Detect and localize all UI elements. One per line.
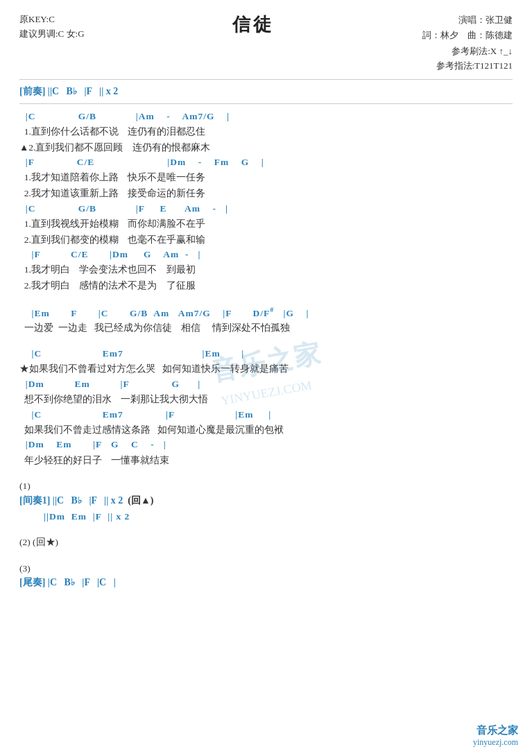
section-2: (2) (回★) (19, 535, 513, 550)
chord-row-2: |F C/E |Dm - Fm G | (19, 155, 513, 169)
lyric-row-2b: 2.我才知道该重新上路 接受命运的新任务 (19, 186, 513, 201)
fingering-pattern: 参考指法:T121T121 (422, 59, 513, 74)
header-divider (19, 79, 513, 80)
footer: 音乐之家 yinyuezj.com (473, 724, 518, 748)
prelude-section: [前奏] ||C B♭ |F || x 2 (19, 85, 513, 98)
star-lyric-3: 如果我们不曾走过感情这条路 如何知道心魔是最沉重的包袱 (19, 422, 513, 438)
chord-row-3: |C G/B |F E Am - | (19, 202, 513, 216)
interlude-1-chords: ||C B♭ |F || x 2 (回▲) (53, 495, 154, 506)
prelude-line: [前奏] ||C B♭ |F || x 2 (19, 85, 513, 98)
star-section: |C Em7 |Em | ★如果我们不曾看过对方怎么哭 如何知道快乐一转身就是痛… (19, 347, 513, 467)
star-chord-3: |C Em7 |F |Em | (19, 408, 513, 422)
chorus-section: |Em F |C G/B Am Am7/G |F D/F# |G | 一边爱 一… (19, 304, 513, 336)
interlude-1-line2: ||Dm Em |F || x 2 (19, 510, 513, 524)
interlude-label: [间奏1] (19, 495, 50, 506)
footer-url: yinyuezj.com (473, 737, 518, 748)
star-chord-2: |Dm Em |F G | (19, 377, 513, 391)
outro-label: [尾奏] (19, 577, 45, 587)
star-lyric-4: 年少轻狂的好日子 一懂事就结束 (19, 453, 513, 468)
lyric-row-2a: 1.我才知道陪着你上路 快乐不是唯一任务 (19, 170, 513, 185)
lyric-row-3a: 1.直到我视线开始模糊 而你却满脸不在乎 (19, 216, 513, 232)
section-2-label: (2) (回★) (19, 535, 513, 550)
section-3-label: (3) (19, 561, 513, 576)
strumming-pattern: 参考刷法:X ↑_↓ 参考指法:T121T121 (422, 44, 513, 74)
lyric-row-4b: 2.我才明白 感情的法术不是为 了征服 (19, 278, 513, 293)
lyric-row-4a: 1.我才明白 学会变法术也回不 到最初 (19, 262, 513, 277)
star-lyric-1: ★如果我们不曾看过对方怎么哭 如何知道快乐一转身就是痛苦 (19, 361, 513, 377)
lyric-row-1b: ▲2.直到我们都不愿回顾 连仍有的恨都麻木 (19, 140, 513, 155)
section1-divider (19, 103, 513, 104)
star-lyric-2: 想不到你绝望的泪水 一剎那让我大彻大悟 (19, 392, 513, 407)
chord-row-1: |C G/B |Am - Am7/G | (19, 110, 513, 123)
strumming-pattern-line: 参考刷法:X ↑_↓ (422, 44, 513, 59)
chorus-lyric-1: 一边爱 一边走 我已经成为你信徒 相信 情到深处不怕孤独 (19, 320, 513, 336)
prelude-chords: ||C B♭ |F || x 2 (48, 86, 118, 96)
chord-row-4: |F C/E |Dm G Am - | (19, 248, 513, 261)
section-3: (3) [尾奏] |C B♭ |F |C | (19, 561, 513, 590)
original-key: 原KEY:C (19, 12, 85, 27)
outro-line: [尾奏] |C B♭ |F |C | (19, 576, 513, 589)
prelude-label: [前奏] (19, 86, 45, 96)
section-1: (1) [间奏1] ||C B♭ |F || x 2 (回▲) ||Dm Em … (19, 479, 513, 524)
lyric-row-1a: 1.直到你什么话都不说 连仍有的泪都忍住 (19, 124, 513, 139)
key-info: 原KEY:C 建议男调:C 女:G (19, 12, 85, 42)
song-page: 音乐之家 YINYUEZJ.COM 原KEY:C 建议男调:C 女:G 信徒 演… (0, 0, 532, 756)
footer-logo: 音乐之家 (473, 724, 518, 737)
interlude-1-line: [间奏1] ||C B♭ |F || x 2 (回▲) (19, 495, 513, 507)
lyric-row-3b: 2.直到我们都变的模糊 也毫不在乎赢和输 (19, 232, 513, 248)
artist-info: 演唱：张卫健 詞：林夕 曲：陈德建 参考刷法:X ↑_↓ 参考指法:T121T1… (422, 12, 513, 74)
title-area: 信徒 (85, 12, 422, 37)
section-1-label: (1) (19, 479, 513, 494)
star-chord-1: |C Em7 |Em | (19, 347, 513, 361)
verse1-section: |C G/B |Am - Am7/G | 1.直到你什么话都不说 连仍有的泪都忍… (19, 110, 513, 293)
suggested-key: 建议男调:C 女:G (19, 27, 85, 42)
outro-chords: |C B♭ |F |C | (48, 577, 116, 587)
chorus-chord-1: |Em F |C G/B Am Am7/G |F D/F# |G | (19, 304, 513, 320)
header-area: 原KEY:C 建议男调:C 女:G 信徒 演唱：张卫健 詞：林夕 曲：陈德建 参… (19, 12, 513, 74)
performer: 演唱：张卫健 (422, 12, 513, 28)
star-chord-4: |Dm Em |F G C - | (19, 438, 513, 452)
lyricist-composer: 詞：林夕 曲：陈德建 (422, 28, 513, 43)
song-title: 信徒 (85, 12, 422, 37)
